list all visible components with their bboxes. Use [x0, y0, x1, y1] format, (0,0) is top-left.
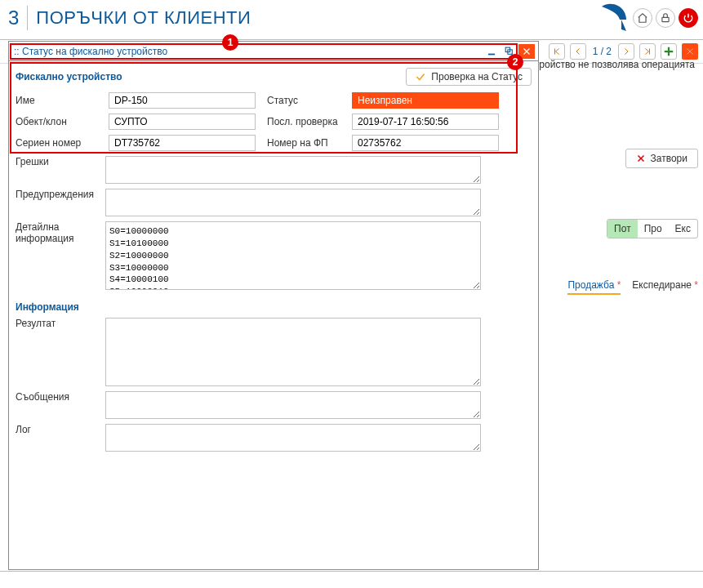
page-title: ПОРЪЧКИ ОТ КЛИЕНТИ — [36, 7, 251, 29]
check-status-button[interactable]: Проверка на Статус — [406, 68, 532, 86]
home-button[interactable] — [633, 8, 652, 28]
divider — [27, 6, 28, 30]
filter-group: Пот Про Екс — [607, 219, 698, 238]
annotation-marker-2: 2 — [507, 54, 523, 70]
label-messages: Съобщения — [16, 391, 97, 403]
logo-bird — [597, 2, 630, 34]
label-status: Статус — [267, 95, 340, 106]
input-lastcheck[interactable] — [352, 114, 499, 130]
filter-pot[interactable]: Пот — [607, 220, 638, 238]
close-button-label: Затвори — [651, 153, 687, 164]
label-name: Име — [16, 95, 97, 106]
page-letter: 3 — [8, 7, 19, 29]
label-result: Резултат — [16, 318, 97, 329]
input-name[interactable] — [109, 92, 256, 109]
label-lastcheck: Посл. проверка — [267, 116, 340, 127]
pager-last[interactable] — [639, 43, 656, 60]
input-fpno[interactable] — [352, 135, 499, 151]
pager-counter: 1 / 2 — [591, 46, 613, 57]
textarea-log[interactable] — [105, 424, 481, 452]
label-object: Обект/клон — [16, 116, 97, 127]
dialog-titlebar[interactable]: :: Статус на фискално устройство — [9, 42, 538, 61]
pager-close[interactable] — [682, 43, 698, 60]
textarea-warnings[interactable] — [105, 189, 481, 216]
textarea-errors[interactable] — [105, 156, 481, 184]
annotation-marker-1: 1 — [222, 34, 238, 51]
label-warnings: Предупреждения — [16, 189, 97, 200]
pager-add[interactable] — [661, 43, 677, 60]
lock-button[interactable] — [656, 8, 675, 28]
label-fpno: Номер на ФП — [267, 137, 340, 149]
textarea-result[interactable] — [105, 318, 481, 386]
tab-sale[interactable]: Продажба * — [567, 279, 621, 295]
close-button[interactable]: Затвори — [625, 149, 698, 168]
input-object[interactable] — [109, 114, 256, 130]
footer-border — [0, 571, 703, 572]
filter-pro[interactable]: Про — [638, 220, 669, 238]
pager-first[interactable] — [549, 43, 565, 60]
tabs: Продажба * Експедиране * — [567, 279, 698, 295]
device-section-title: Фискално устройство — [16, 71, 122, 82]
label-log: Лог — [16, 424, 97, 435]
topbar: 3 ПОРЪЧКИ ОТ КЛИЕНТИ — [0, 0, 703, 40]
fiscal-status-dialog: :: Статус на фискално устройство Фискалн… — [8, 41, 539, 570]
textarea-messages[interactable] — [105, 391, 481, 419]
info-section-title: Информация — [16, 301, 532, 313]
tab-shipping[interactable]: Експедиране * — [632, 279, 698, 295]
minimize-icon[interactable] — [484, 44, 499, 59]
check-status-label: Проверка на Статус — [431, 71, 523, 82]
pager-prev[interactable] — [570, 43, 586, 60]
svg-rect-0 — [662, 17, 669, 21]
dialog-title: :: Статус на фискално устройство — [14, 46, 167, 57]
label-detail: Детайлна информация — [16, 221, 97, 244]
input-serial[interactable] — [109, 135, 256, 151]
label-serial: Сериен номер — [16, 137, 97, 149]
label-errors: Грешки — [16, 156, 97, 167]
textarea-detail[interactable] — [105, 221, 481, 290]
power-button[interactable] — [679, 8, 698, 28]
pager-next[interactable] — [618, 43, 634, 60]
input-status[interactable] — [352, 92, 499, 109]
filter-eks[interactable]: Екс — [669, 220, 697, 238]
